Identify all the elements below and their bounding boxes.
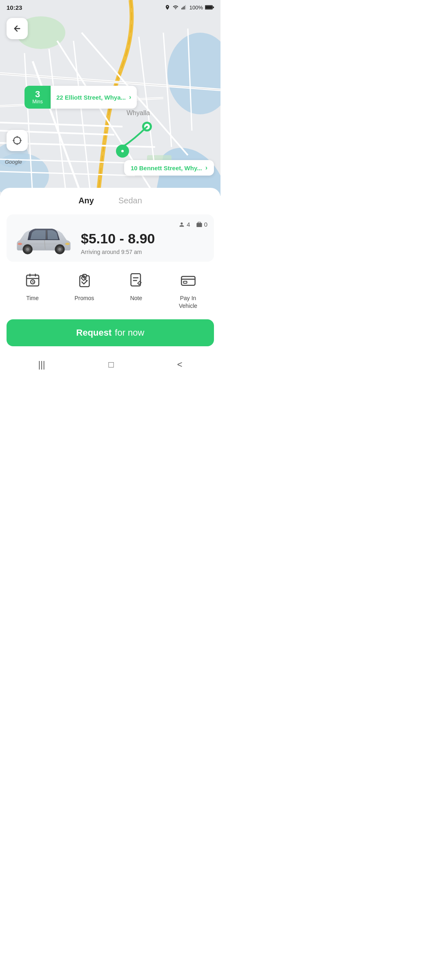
- back-arrow-icon: [13, 24, 22, 33]
- passenger-number: 4: [187, 221, 190, 228]
- svg-text:Whyalla: Whyalla: [127, 109, 150, 116]
- svg-rect-2: [184, 6, 185, 10]
- ride-price: $5.10 - 8.90: [81, 231, 207, 246]
- tab-sedan[interactable]: Sedan: [118, 196, 142, 207]
- svg-point-36: [121, 150, 124, 152]
- svg-point-37: [13, 137, 20, 144]
- time-action[interactable]: Time: [22, 270, 43, 309]
- svg-rect-64: [181, 276, 195, 285]
- svg-rect-0: [181, 8, 182, 9]
- battery-text: 100%: [189, 4, 203, 11]
- time-icon: [24, 272, 41, 289]
- request-button[interactable]: Request for now: [7, 319, 214, 346]
- nav-home-icon[interactable]: □: [108, 359, 114, 370]
- promos-icon: [76, 272, 93, 289]
- bottom-address-text: 10 Bennett Street, Why...: [131, 165, 202, 172]
- nav-bar: ||| □ <: [7, 354, 214, 373]
- ride-arrival: Arriving around 9:57 am: [81, 249, 207, 255]
- nav-menu-icon[interactable]: |||: [38, 359, 45, 370]
- promos-icon-wrap: [74, 270, 95, 291]
- luggage-icon: [196, 221, 203, 228]
- promos-action[interactable]: Promos: [74, 270, 95, 309]
- vehicle-tabs: Any Sedan: [7, 196, 214, 207]
- pay-in-vehicle-action[interactable]: Pay InVehicle: [178, 270, 199, 309]
- status-icons: 100%: [165, 4, 214, 11]
- pay-icon: [180, 272, 196, 289]
- svg-rect-1: [183, 7, 183, 9]
- top-address-text: 22 Elliott Street, Whya...: [56, 94, 126, 101]
- luggage-count: 0: [196, 221, 207, 228]
- svg-line-58: [33, 282, 33, 283]
- location-callout-top[interactable]: 3 Mins 22 Elliott Street, Whya... ›: [24, 86, 137, 109]
- passenger-count: 4: [178, 221, 190, 228]
- note-icon-wrap: [126, 270, 147, 291]
- top-address-callout[interactable]: 22 Elliott Street, Whya... ›: [51, 86, 137, 109]
- svg-rect-6: [213, 7, 214, 8]
- battery-icon: [205, 5, 214, 10]
- svg-point-50: [58, 248, 62, 251]
- status-time: 10:23: [7, 4, 22, 11]
- luggage-number: 0: [204, 221, 207, 228]
- request-normal-text: for now: [115, 327, 144, 338]
- svg-rect-5: [205, 6, 212, 9]
- svg-rect-66: [183, 281, 187, 283]
- eta-number: 3: [35, 90, 40, 99]
- bottom-address-chevron: ›: [205, 164, 207, 172]
- top-address-chevron: ›: [129, 94, 131, 101]
- ride-card: 4 0 $5.10 - 8.90 Arriving around 9:57 am: [7, 214, 214, 262]
- note-label: Note: [130, 294, 143, 302]
- time-icon-wrap: [22, 270, 43, 291]
- location-icon: [165, 4, 170, 10]
- action-row: Time Promos: [7, 270, 214, 309]
- google-label: Google: [5, 159, 22, 165]
- eta-badge: 3 Mins: [24, 86, 51, 109]
- map-container: Whyalla 3 Mins 22 Elliott Street, Whya..…: [0, 0, 220, 196]
- status-bar: 10:23 100%: [0, 0, 220, 15]
- car-image: [13, 222, 74, 254]
- wifi-icon: [172, 4, 179, 10]
- pay-in-vehicle-label: Pay InVehicle: [179, 294, 197, 309]
- eta-unit: Mins: [32, 99, 42, 105]
- svg-point-47: [26, 248, 29, 251]
- request-bold-text: Request: [76, 327, 112, 338]
- back-button[interactable]: [7, 18, 28, 39]
- nav-back-icon[interactable]: <: [177, 359, 183, 370]
- ride-info: 4 0 $5.10 - 8.90 Arriving around 9:57 am: [81, 221, 207, 255]
- time-label: Time: [26, 294, 39, 302]
- pay-icon-wrap: [178, 270, 199, 291]
- location-callout-bottom[interactable]: 10 Bennett Street, Why... ›: [124, 160, 214, 176]
- promos-label: Promos: [74, 294, 94, 302]
- ride-meta: 4 0: [81, 221, 207, 228]
- note-action[interactable]: Note: [126, 270, 147, 309]
- svg-rect-3: [185, 5, 186, 9]
- bottom-panel: Any Sedan: [0, 188, 220, 380]
- note-icon: [128, 272, 145, 289]
- crosshair-icon: [12, 135, 22, 146]
- signal-icon: [181, 4, 187, 10]
- tab-any[interactable]: Any: [78, 196, 94, 207]
- passenger-icon: [178, 221, 185, 228]
- crosshair-button[interactable]: [7, 130, 28, 151]
